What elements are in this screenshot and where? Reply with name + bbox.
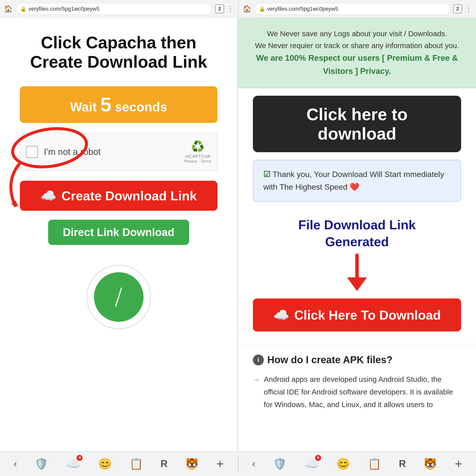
right-screen: We Never save any Logs about your visit … — [238, 18, 476, 451]
cloud-badge-right: ✕ — [315, 455, 321, 461]
info-icon: i — [253, 355, 264, 365]
arrow-down-annotation — [238, 253, 476, 296]
recaptcha-logo: ♻️ reCAPTCHA Privacy · Terms — [184, 140, 211, 164]
spinner-inner: ╲ — [94, 272, 144, 322]
clipboard-icon-left[interactable]: 📋 — [129, 457, 143, 470]
wait-text-prefix: Wait — [70, 100, 97, 114]
tab-badge-right[interactable]: 2 — [453, 4, 462, 13]
download-cloud-icon: ☁️ — [40, 188, 57, 203]
create-download-button[interactable]: ☁️ Create Download Link — [20, 181, 217, 211]
privacy-text-1: We Never save any Logs about your visit … — [253, 28, 461, 40]
shield-icon-left[interactable]: 🛡️ — [34, 457, 48, 470]
faq-title-text: How do I create APK files? — [267, 354, 392, 365]
privacy-text-2: We Never requier or track or share any i… — [253, 40, 461, 52]
recaptcha-checkbox[interactable] — [26, 146, 38, 158]
clipboard-icon-right[interactable]: 📋 — [368, 457, 381, 470]
url-bar-left[interactable]: 🔒 veryfiles.com/5pg1wc0peyw5 — [16, 3, 212, 15]
direct-link-button[interactable]: Direct Link Download — [48, 220, 189, 245]
left-screen: Click Capacha then Create Download Link … — [0, 18, 238, 451]
bottom-nav-left: ‹ 🛡️ ☁️ ✕ 😊 📋 R 🐯 + — [0, 451, 238, 476]
spinner-tick: ╲ — [109, 288, 128, 306]
plus-button-right[interactable]: + — [455, 456, 462, 471]
arrow-right-icon: → — [253, 374, 260, 411]
home-icon[interactable]: 🏠 — [4, 5, 13, 13]
lock-icon-left: 🔒 — [20, 6, 27, 12]
recaptcha-widget[interactable]: I'm not a robot ♻️ reCAPTCHA Privacy · T… — [20, 133, 217, 171]
home-icon-right[interactable]: 🏠 — [243, 5, 251, 13]
url-bar-right[interactable]: 🔒 veryfiles.com/5pg1wc0peyw5 — [254, 3, 450, 15]
svg-marker-1 — [11, 201, 19, 207]
tab-badge-left[interactable]: 2 — [215, 4, 224, 13]
shield-icon-right[interactable]: 🛡️ — [273, 457, 287, 470]
cloud-badge-left: ✕ — [77, 455, 83, 461]
back-button-right[interactable]: ‹ — [252, 458, 255, 469]
emoji-icon-right[interactable]: 😊 — [336, 457, 350, 470]
lock-icon-right: 🔒 — [259, 6, 265, 12]
wait-number: 5 — [100, 93, 112, 116]
download-icon: ☁️ — [273, 307, 289, 323]
click-download-label: Click Here To Download — [294, 308, 441, 323]
download-start-box: ☑ Thank you, Your Download Will Start mm… — [253, 160, 461, 202]
back-button-left[interactable]: ‹ — [14, 458, 17, 469]
page-title-left: Click Capacha then Create Download Link — [30, 33, 207, 71]
privacy-bold: We are 100% Respect our users [ Premium … — [253, 52, 461, 78]
click-here-to-download-button[interactable]: ☁️ Click Here To Download — [253, 298, 461, 331]
direct-link-label: Direct Link Download — [63, 226, 175, 238]
cloud-nav-right[interactable]: ☁️ ✕ — [304, 457, 319, 471]
emoji-icon-left[interactable]: 😊 — [98, 457, 112, 470]
bottom-nav-right: ‹ 🛡️ ☁️ ✕ 😊 📋 R 🐯 + — [238, 451, 476, 476]
plus-button-left[interactable]: + — [216, 456, 224, 471]
cloud-nav-left[interactable]: ☁️ ✕ — [66, 457, 81, 471]
recaptcha-label: I'm not a robot — [44, 147, 101, 157]
privacy-banner: We Never save any Logs about your visit … — [238, 18, 476, 88]
r-icon-right[interactable]: R — [399, 458, 406, 469]
browser-menu-right[interactable]: ⋮ — [465, 5, 472, 13]
bottom-nav: ‹ 🛡️ ☁️ ✕ 😊 📋 R 🐯 + ‹ 🛡️ ☁️ ✕ 😊 📋 R 🐯 + — [0, 451, 476, 476]
generated-title: File Download Link Generated — [253, 217, 461, 250]
click-here-overlay[interactable]: Click here to download — [253, 96, 461, 152]
download-start-text: Thank you, Your Download Will Start mmed… — [263, 170, 444, 191]
tiger-icon-right[interactable]: 🐯 — [423, 457, 437, 470]
browser-menu-left[interactable]: ⋮ — [227, 5, 234, 13]
tiger-icon-left[interactable]: 🐯 — [185, 457, 199, 470]
create-download-label: Create Download Link — [61, 188, 197, 203]
click-here-text: Click here to download — [306, 105, 408, 143]
faq-title: i How do I create APK files? — [253, 354, 461, 365]
url-text-left: veryfiles.com/5pg1wc0peyw5 — [29, 6, 99, 12]
checkmark-icon: ☑ — [263, 170, 270, 179]
r-icon-left[interactable]: R — [160, 458, 168, 469]
faq-section: i How do I create APK files? → Android a… — [238, 344, 476, 421]
wait-button[interactable]: Wait 5 seconds — [20, 86, 217, 123]
url-text-right: veryfiles.com/5pg1wc0peyw5 — [267, 6, 338, 12]
spinner-container: ╲ — [87, 265, 151, 329]
faq-item-1: → Android apps are developed using Andro… — [253, 373, 461, 411]
wait-text-suffix: seconds — [115, 100, 167, 114]
faq-item-1-text: Android apps are developed using Android… — [264, 373, 461, 411]
svg-marker-3 — [347, 277, 367, 291]
